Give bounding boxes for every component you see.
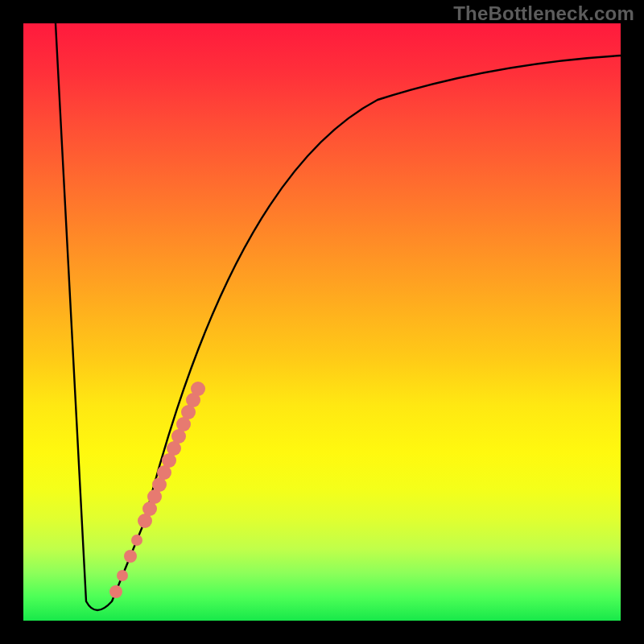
highlight-dot [131, 535, 142, 546]
chart-svg [23, 23, 621, 621]
watermark-text: TheBottleneck.com [453, 2, 634, 25]
plot-area [23, 23, 621, 621]
highlight-dot [191, 382, 205, 396]
chart-frame: TheBottleneck.com [0, 0, 644, 644]
highlight-dot [124, 550, 137, 563]
highlight-dot [117, 570, 128, 581]
highlight-dot [109, 585, 122, 598]
highlight-dots-group [109, 382, 205, 598]
